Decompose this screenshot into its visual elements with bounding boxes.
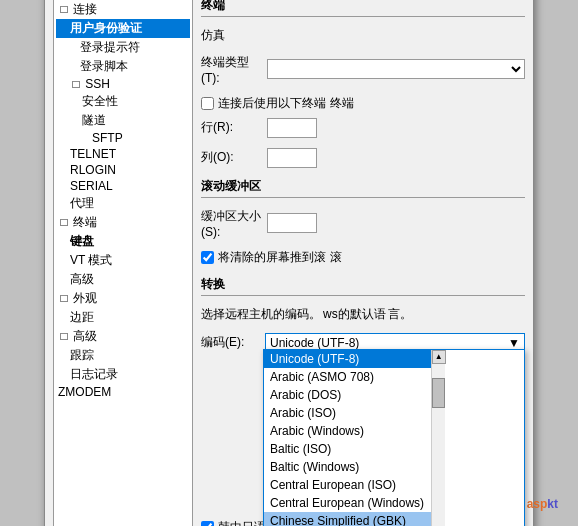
- windows-default: ws的默认语: [323, 306, 386, 323]
- col-row: 列(O):: [201, 148, 525, 168]
- checkbox-clear-screen[interactable]: [201, 251, 214, 264]
- tree-item-zmodem[interactable]: ZMODEM: [56, 384, 190, 400]
- tree-item-appearance[interactable]: □ 外观: [56, 289, 190, 308]
- tree-item-security[interactable]: 安全性: [56, 92, 190, 111]
- emulation-row: 仿真: [201, 27, 525, 44]
- dialog-body: 类别(C): □ 连接 用户身份验证 登录提示符 登录脚本 □ SSH 安全性 …: [45, 0, 533, 526]
- buffer-size-label: 缓冲区大小(S):: [201, 208, 261, 239]
- tree-item-proxy[interactable]: 代理: [56, 194, 190, 213]
- section-terminal: 终端: [201, 0, 525, 17]
- tree-item-telnet[interactable]: TELNET: [56, 146, 190, 162]
- dropdown-item-arabic-win[interactable]: Arabic (Windows): [264, 422, 431, 440]
- main-content: □ 连接 用户身份验证 登录提示符 登录脚本 □ SSH 安全性 隧道 SFTP…: [53, 0, 525, 526]
- dialog-window: 新建会话 (3)属性 ? ✕ 类别(C): □ 连接 用户身份验证 登录提示符 …: [44, 0, 534, 526]
- tree-item-margin[interactable]: 边距: [56, 308, 190, 327]
- terminal-type-label: 终端类型(T):: [201, 54, 261, 85]
- encoding-label: 编码(E):: [201, 334, 261, 351]
- watermark-kt: kt: [547, 497, 558, 511]
- tree-item-tunnel[interactable]: 隧道: [56, 111, 190, 130]
- tree-item-login-script[interactable]: 登录脚本: [56, 57, 190, 76]
- row-label: 行(R):: [201, 119, 261, 136]
- tree-item-log[interactable]: 日志记录: [56, 365, 190, 384]
- tree-item-keyboard[interactable]: 键盘: [56, 232, 190, 251]
- encoding-dropdown[interactable]: Unicode (UTF-8) Arabic (ASMO 708) Arabic…: [263, 349, 525, 527]
- tree-item-sftp[interactable]: SFTP: [56, 130, 190, 146]
- dropdown-item-arabic-iso[interactable]: Arabic (ISO): [264, 404, 431, 422]
- advanced2-expand-icon: □: [58, 329, 70, 343]
- clear-screen-suffix: 滚: [330, 249, 342, 266]
- scroll-buffer-section: 滚动缓冲区: [201, 178, 525, 198]
- tree-item-serial[interactable]: SERIAL: [56, 178, 190, 194]
- col-input[interactable]: [267, 148, 317, 168]
- tree-item-terminal[interactable]: □ 终端: [56, 213, 190, 232]
- buffer-size-row: 缓冲区大小(S):: [201, 208, 525, 239]
- terminal-type-row: 终端类型(T):: [201, 54, 525, 85]
- right-panel: 终端 仿真 终端类型(T): 连接后使用以下终端 终端 行(R):: [201, 0, 525, 526]
- dropdown-item-ce-win[interactable]: Central European (Windows): [264, 494, 431, 512]
- row-row: 行(R):: [201, 118, 525, 138]
- row-input[interactable]: [267, 118, 317, 138]
- appearance-expand-icon: □: [58, 291, 70, 305]
- watermark-asp: asp: [527, 497, 548, 511]
- ssh-expand-icon: □: [70, 77, 82, 91]
- convert-desc-row: 选择远程主机的编码。 ws的默认语 言。: [201, 306, 525, 323]
- dropdown-item-ce-iso[interactable]: Central European (ISO): [264, 476, 431, 494]
- tree-item-vt[interactable]: VT 模式: [56, 251, 190, 270]
- convert-desc: 选择远程主机的编码。: [201, 306, 321, 323]
- dropdown-list[interactable]: Unicode (UTF-8) Arabic (ASMO 708) Arabic…: [264, 350, 431, 527]
- col-label: 列(O):: [201, 149, 261, 166]
- dropdown-item-arabic-asmo[interactable]: Arabic (ASMO 708): [264, 368, 431, 386]
- checkbox-wide-char[interactable]: [201, 521, 214, 527]
- terminal-suffix: 终端: [330, 95, 354, 112]
- encoding-value: Unicode (UTF-8): [270, 336, 359, 350]
- clear-screen-row: 将清除的屏幕推到滚 滚: [201, 249, 525, 266]
- expand-icon: □: [58, 2, 70, 16]
- dropdown-item-baltic-win[interactable]: Baltic (Windows): [264, 458, 431, 476]
- checkbox-use-following-row: 连接后使用以下终端 终端: [201, 95, 525, 112]
- convert-section: 转换: [201, 276, 525, 296]
- dropdown-arrow-icon: ▼: [508, 336, 520, 350]
- clear-screen-label: 将清除的屏幕推到滚: [218, 249, 326, 266]
- terminal-expand-icon: □: [58, 215, 70, 229]
- tree-item-trace[interactable]: 跟踪: [56, 346, 190, 365]
- tree-item-connect[interactable]: □ 连接: [56, 0, 190, 19]
- scroll-up-arrow[interactable]: ▲: [432, 350, 446, 364]
- tree-item-rlogin[interactable]: RLOGIN: [56, 162, 190, 178]
- dropdown-with-scroll: Unicode (UTF-8) Arabic (ASMO 708) Arabic…: [264, 350, 524, 527]
- tree-panel[interactable]: □ 连接 用户身份验证 登录提示符 登录脚本 □ SSH 安全性 隧道 SFTP…: [53, 0, 193, 526]
- emulation-label: 仿真: [201, 27, 261, 44]
- tree-item-login-hint[interactable]: 登录提示符: [56, 38, 190, 57]
- terminal-type-select[interactable]: [267, 59, 525, 79]
- dropdown-item-cs-gbk[interactable]: Chinese Simplified (GBK): [264, 512, 431, 527]
- dropdown-item-arabic-dos[interactable]: Arabic (DOS): [264, 386, 431, 404]
- scrollbar-thumb[interactable]: [432, 378, 445, 408]
- tree-item-advanced2[interactable]: □ 高级: [56, 327, 190, 346]
- buffer-size-input[interactable]: [267, 213, 317, 233]
- dropdown-item-unicode[interactable]: Unicode (UTF-8): [264, 350, 431, 368]
- tree-item-ssh[interactable]: □ SSH: [56, 76, 190, 92]
- convert-desc2: 言。: [388, 306, 412, 323]
- checkbox-use-following[interactable]: [201, 97, 214, 110]
- encoding-container: 编码(E): Unicode (UTF-8) ▼ Unicode (UTF-8)…: [201, 329, 525, 353]
- tree-item-auth[interactable]: 用户身份验证: [56, 19, 190, 38]
- watermark: aspkt: [527, 488, 558, 514]
- dropdown-scrollbar[interactable]: ▲ ▼: [431, 350, 445, 527]
- dropdown-item-baltic-iso[interactable]: Baltic (ISO): [264, 440, 431, 458]
- checkbox-use-following-label: 连接后使用以下终端: [218, 95, 326, 112]
- tree-item-advanced[interactable]: 高级: [56, 270, 190, 289]
